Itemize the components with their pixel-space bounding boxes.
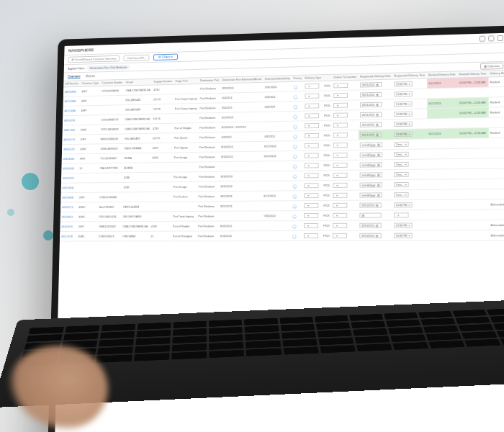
- lm-link[interactable]: 48916281: [64, 119, 76, 122]
- delivery-type-select[interactable]: [304, 193, 318, 198]
- deliver-to-select[interactable]: [333, 153, 348, 158]
- bookmark-icon[interactable]: ◯: [293, 104, 297, 109]
- lm-link[interactable]: 49394009: [63, 158, 75, 161]
- bookmark-icon[interactable]: ◯: [293, 84, 297, 89]
- tab-overview[interactable]: Overview: [68, 74, 80, 78]
- deliver-to-select[interactable]: [333, 112, 348, 117]
- bookmark-icon[interactable]: ◯: [293, 144, 297, 148]
- deliver-to-select[interactable]: [333, 122, 348, 127]
- req-date-input[interactable]: 09/13/2024 ▦: [359, 223, 381, 228]
- req-time-select[interactable]: 10:00 PM: [394, 102, 412, 107]
- req-date-input[interactable]: 09/11/2024 ▦: [360, 102, 382, 108]
- req-date-input[interactable]: 09/14/2024 ▦: [359, 233, 381, 238]
- lm-link[interactable]: 48910170: [63, 138, 75, 141]
- req-date-input[interactable]: mm/dd/yyyy ▦: [359, 182, 382, 187]
- delivery-type-select[interactable]: [304, 233, 318, 238]
- delivery-type-select[interactable]: [304, 143, 318, 148]
- deliver-to-select[interactable]: [333, 132, 348, 138]
- req-time-select[interactable]: Time...: [394, 162, 409, 167]
- deliver-to-select[interactable]: [333, 183, 347, 188]
- lm-link[interactable]: 48751888: [64, 109, 76, 112]
- bookmark-icon[interactable]: ◯: [292, 234, 297, 238]
- req-date-input[interactable]: 09/11/2024 ▦: [360, 112, 382, 118]
- bookmark-icon[interactable]: ◯: [292, 214, 297, 218]
- req-time-select[interactable]: Time...: [394, 152, 409, 157]
- req-date-input[interactable]: mm/dd/yyyy ▦: [359, 192, 382, 197]
- delivery-type-select[interactable]: [305, 133, 319, 138]
- req-date-input[interactable]: 09/14/2024 ▦: [360, 122, 382, 127]
- lm-link[interactable]: 49503774: [62, 206, 73, 209]
- req-date-input[interactable]: 09/11/2024 ▦: [360, 92, 382, 98]
- filter-chip[interactable]: Destination Port: Port Brisbane: [87, 65, 130, 71]
- search-input[interactable]: Find saved filt...: [124, 55, 150, 62]
- req-date-input[interactable]: 09/11/2024 ▦: [360, 132, 382, 137]
- req-time-select[interactable]: 10:00 PM: [394, 202, 413, 207]
- bookmark-icon[interactable]: ◯: [293, 94, 297, 99]
- delivery-type-select[interactable]: [305, 113, 319, 118]
- notification-icon[interactable]: [488, 35, 494, 41]
- req-time-select[interactable]: 10:00 PM: [394, 233, 413, 238]
- deliver-to-select[interactable]: [333, 203, 347, 208]
- delivery-type-select[interactable]: [305, 123, 319, 128]
- bookmark-icon[interactable]: ◯: [292, 204, 297, 208]
- lm-link[interactable]: 49459846: [63, 186, 74, 189]
- lm-link[interactable]: 49557378: [61, 235, 73, 238]
- req-time-select[interactable]: 10:00 PM: [394, 122, 412, 127]
- lm-link[interactable]: 49411024: [63, 176, 74, 179]
- req-date-input[interactable]: 09/11/2024 ▦: [360, 82, 382, 88]
- columns-button[interactable]: ▦ Columns: [480, 63, 503, 70]
- req-time-select[interactable]: Time...: [394, 172, 409, 177]
- tab-metrics[interactable]: Metrics: [86, 74, 96, 78]
- lm-link[interactable]: 48982420: [63, 148, 75, 150]
- deliver-to-select[interactable]: [333, 173, 347, 178]
- delivery-type-select[interactable]: [305, 94, 319, 99]
- req-date-input[interactable]: ▦: [359, 212, 381, 217]
- bookmark-icon[interactable]: ◯: [292, 184, 297, 188]
- bookmark-icon[interactable]: ◯: [293, 124, 297, 128]
- delivery-type-select[interactable]: [304, 213, 318, 218]
- bookmark-icon[interactable]: ◯: [292, 153, 297, 158]
- delivery-type-select[interactable]: [304, 183, 318, 188]
- deliver-to-select[interactable]: [333, 83, 348, 88]
- req-time-select[interactable]: 10:00 PM: [394, 91, 412, 97]
- lm-link[interactable]: 48910488: [65, 90, 76, 93]
- deliver-to-select[interactable]: [333, 103, 348, 108]
- scope-select[interactable]: All Saved/Shared Container Searches: [68, 55, 120, 63]
- req-time-select[interactable]: 10:00 PM: [394, 132, 412, 137]
- bookmark-icon[interactable]: ◯: [293, 114, 297, 118]
- req-date-input[interactable]: mm/dd/yyyy ▦: [359, 162, 382, 167]
- delivery-type-select[interactable]: [305, 103, 319, 108]
- delivery-type-select[interactable]: [304, 163, 318, 168]
- deliver-to-select[interactable]: [333, 193, 347, 198]
- lm-link[interactable]: 49543676: [61, 225, 73, 228]
- req-time-select[interactable]: 10:00 PM: [394, 81, 412, 87]
- req-time-select[interactable]: Time...: [394, 142, 409, 147]
- req-date-input[interactable]: mm/dd/yyyy ▦: [359, 172, 382, 177]
- deliver-to-select[interactable]: [333, 223, 347, 228]
- bookmark-icon[interactable]: ◯: [292, 163, 297, 168]
- req-time-select[interactable]: 10:00 PM: [394, 112, 412, 117]
- grid-icon[interactable]: [480, 35, 485, 41]
- bookmark-icon[interactable]: ◯: [292, 194, 297, 198]
- req-date-input[interactable]: mm/dd/yyyy ▦: [360, 142, 382, 147]
- filters-button[interactable]: ⚙ Filters ▾: [153, 54, 178, 61]
- lm-link[interactable]: 49520814: [62, 215, 73, 218]
- user-icon[interactable]: [498, 35, 503, 40]
- lm-link[interactable]: 48751880: [64, 100, 76, 103]
- delivery-type-select[interactable]: [304, 153, 318, 158]
- deliver-to-select[interactable]: [333, 93, 348, 98]
- req-date-input[interactable]: mm/dd/yyyy ▦: [360, 152, 382, 157]
- bookmark-icon[interactable]: ◯: [292, 224, 297, 228]
- lm-link[interactable]: 49356034: [63, 167, 74, 170]
- col-header[interactable]: [323, 75, 332, 81]
- lm-link[interactable]: 48897482: [64, 128, 76, 131]
- lm-link[interactable]: 49459848: [62, 196, 73, 199]
- deliver-to-select[interactable]: [333, 143, 348, 148]
- req-time-select[interactable]: Time...: [394, 192, 409, 197]
- req-date-input[interactable]: 09/14/2024 ▦: [359, 202, 381, 207]
- req-time-select[interactable]: 10:00 PM: [394, 222, 413, 228]
- bookmark-icon[interactable]: ◯: [292, 174, 297, 178]
- delivery-type-select[interactable]: [304, 223, 318, 228]
- deliver-to-select[interactable]: [333, 213, 347, 218]
- delivery-type-select[interactable]: [304, 173, 318, 178]
